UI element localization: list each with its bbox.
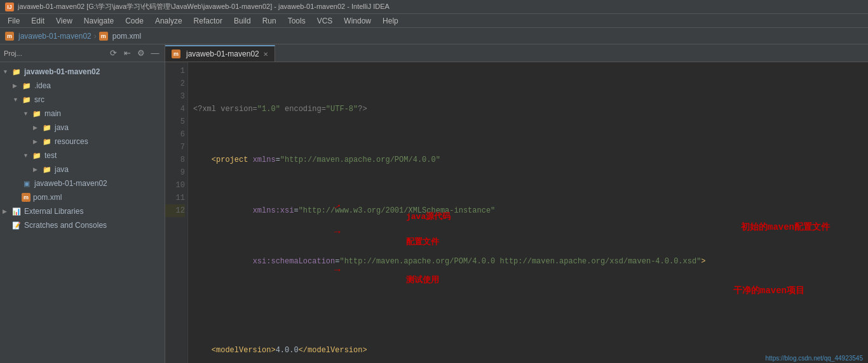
menu-refactor[interactable]: Refactor [189, 15, 227, 27]
tree-label-scratches: Scratches and Consoles [24, 221, 107, 230]
window-title: javaweb-01-maven02 [G:\学习\java学习\代码管理\Ja… [18, 2, 390, 11]
menu-view[interactable]: View [51, 15, 78, 27]
tree-item-java[interactable]: ▶ 📁 java [0, 121, 165, 135]
line-num-6: 6 [165, 128, 185, 141]
breadcrumb-sep: › [94, 32, 97, 41]
code-line-2: <project xmlns="http://maven.apache.org/… [193, 154, 863, 166]
tab-bar: m javaweb-01-maven02 ✕ [165, 44, 868, 62]
breadcrumb-project[interactable]: javaweb-01-maven02 [18, 32, 92, 41]
file-tree: ▼ 📁 javaweb-01-maven02 ▶ 📁 .idea ▼ 📁 src… [0, 62, 165, 363]
tree-label-module: javaweb-01-maven02 [34, 179, 107, 188]
scratch-icon: 📝 [11, 221, 22, 230]
line-num-10: 10 [165, 179, 185, 192]
line-num-3: 3 [165, 90, 185, 103]
tab-label: javaweb-01-maven02 [186, 50, 259, 58]
code-line-3: xmlns:xsi="http://www.w3.org/2001/XMLSch… [193, 204, 863, 217]
sync-btn[interactable]: ⟳ [107, 48, 119, 59]
collapse-btn[interactable]: ⇤ [121, 48, 133, 59]
tree-item-src[interactable]: ▼ 📁 src [0, 93, 165, 107]
code-editor[interactable]: <?xml version="1.0" encoding="UTF-8"?> <… [188, 62, 868, 363]
tab-icon: m [172, 50, 180, 58]
tree-item-module[interactable]: ▶ ▣ javaweb-01-maven02 [0, 176, 165, 190]
expand-arrow-main: ▼ [23, 110, 32, 117]
tree-item-project-root[interactable]: ▼ 📁 javaweb-01-maven02 [0, 65, 165, 79]
menu-file[interactable]: File [3, 15, 25, 27]
tree-label-java: java [55, 123, 69, 132]
menu-run[interactable]: Run [257, 15, 281, 27]
line-num-4: 4 [165, 103, 185, 116]
line-num-2: 2 [165, 77, 185, 90]
tree-item-scratches[interactable]: ▶ 📝 Scratches and Consoles [0, 218, 165, 232]
arrow-config: → [334, 226, 341, 239]
code-line-1: <?xml version="1.0" encoding="UTF-8"?> [193, 103, 863, 116]
editor-content: 1 2 3 4 5 6 7 8 9 10 11 12 <?xml version… [165, 62, 868, 363]
line-num-11: 11 [165, 192, 185, 204]
menu-edit[interactable]: Edit [26, 15, 50, 27]
hide-btn[interactable]: — [149, 48, 161, 59]
tree-item-ext-libs[interactable]: ▶ 📊 External Libraries [0, 204, 165, 218]
line-num-12: 12 [165, 204, 185, 217]
tree-label-resources: resources [55, 137, 88, 146]
breadcrumb-file-icon: m [99, 32, 108, 41]
menu-analyze[interactable]: Analyze [150, 15, 187, 27]
editor-tab-pom[interactable]: m javaweb-01-maven02 ✕ [165, 45, 275, 62]
expand-arrow-test: ▼ [23, 152, 32, 159]
tree-item-idea[interactable]: ▶ 📁 .idea [0, 79, 165, 93]
menu-bar: File Edit View Navigate Code Analyze Ref… [0, 14, 868, 28]
breadcrumb-bar: m javaweb-01-maven02 › m pom.xml [0, 28, 868, 44]
main-folder-icon: 📁 [32, 109, 42, 118]
sidebar: Proj... ⟳ ⇤ ⚙ — ▼ 📁 javaweb-01-maven02 ▶… [0, 44, 165, 363]
tree-label-project-root: javaweb-01-maven02 [24, 67, 100, 76]
expand-arrow-resources: ▶ [33, 138, 42, 145]
module-icon: ▣ [22, 179, 32, 188]
menu-code[interactable]: Code [120, 15, 149, 27]
main-layout: Proj... ⟳ ⇤ ⚙ — ▼ 📁 javaweb-01-maven02 ▶… [0, 44, 868, 363]
menu-tools[interactable]: Tools [283, 15, 311, 27]
sidebar-toolbar: Proj... ⟳ ⇤ ⚙ — [0, 44, 165, 62]
tree-label-main: main [44, 109, 61, 118]
sidebar-label: Proj... [4, 50, 105, 57]
line-num-5: 5 [165, 116, 185, 128]
line-num-9: 9 [165, 166, 185, 179]
annotation-java-source: java源代码 [356, 198, 451, 236]
java-folder-icon: 📁 [42, 123, 52, 132]
menu-navigate[interactable]: Navigate [79, 15, 119, 27]
expand-arrow-java: ▶ [33, 124, 42, 131]
menu-vcs[interactable]: VCS [312, 15, 338, 27]
resources-folder-icon: 📁 [42, 137, 52, 146]
pom-icon: m [22, 193, 31, 202]
tree-item-test-java[interactable]: ▶ 📁 java [0, 162, 165, 176]
tree-item-resources[interactable]: ▶ 📁 resources [0, 135, 165, 148]
settings-btn[interactable]: ⚙ [135, 48, 147, 59]
tree-item-pom[interactable]: ▶ m pom.xml [0, 190, 165, 204]
expand-arrow-ext: ▶ [3, 208, 11, 214]
menu-build[interactable]: Build [229, 15, 256, 27]
breadcrumb-project-icon: m [5, 32, 14, 41]
tree-label-ext-libs: External Libraries [24, 207, 83, 216]
idea-folder-icon: 📁 [22, 81, 32, 90]
app-icon: IJ [5, 3, 14, 11]
annotation-clean-project: 干净的maven项目 [680, 272, 804, 310]
ext-libs-icon: 📊 [11, 207, 22, 216]
tree-label-pom: pom.xml [33, 193, 62, 202]
tree-item-test[interactable]: ▼ 📁 test [0, 148, 165, 162]
expand-arrow: ▼ [3, 69, 11, 75]
title-bar: IJ javaweb-01-maven02 [G:\学习\java学习\代码管理… [0, 0, 868, 14]
test-java-folder-icon: 📁 [42, 165, 52, 174]
editor-area: m javaweb-01-maven02 ✕ 1 2 3 4 5 6 7 8 9… [165, 44, 868, 363]
line-num-8: 8 [165, 154, 185, 166]
line-num-1: 1 [165, 65, 185, 77]
tab-close-btn[interactable]: ✕ [263, 51, 268, 58]
line-numbers: 1 2 3 4 5 6 7 8 9 10 11 12 [165, 62, 188, 363]
code-line-4: xsi:schemaLocation="http://maven.apache.… [193, 255, 863, 268]
test-folder-icon: 📁 [32, 151, 42, 160]
tree-label-src: src [34, 95, 44, 104]
menu-window[interactable]: Window [339, 15, 376, 27]
src-folder-icon: 📁 [22, 95, 32, 104]
line-num-7: 7 [165, 141, 185, 154]
breadcrumb-file[interactable]: pom.xml [112, 32, 141, 41]
tree-label-test-java: java [55, 165, 69, 174]
menu-help[interactable]: Help [377, 15, 403, 27]
tree-label-test: test [44, 151, 57, 160]
tree-item-main[interactable]: ▼ 📁 main [0, 107, 165, 121]
